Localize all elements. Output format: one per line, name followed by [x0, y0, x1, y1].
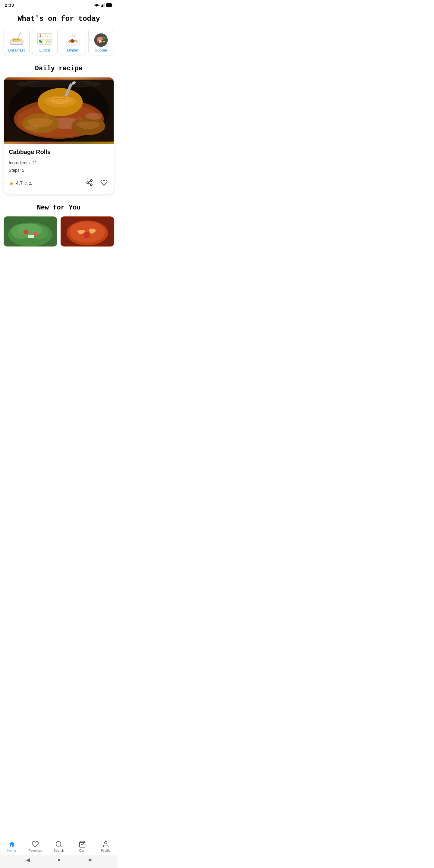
svg-rect-5 — [107, 4, 111, 6]
svg-point-44 — [97, 39, 98, 40]
svg-line-68 — [89, 181, 91, 182]
recipe-info: Cabbage Rolls Ingredients: 12 Steps: 5 ★… — [4, 144, 114, 194]
svg-point-39 — [102, 36, 104, 38]
daily-recipe-title: Daily recipe — [0, 62, 118, 77]
rating-count: 7 — [24, 181, 33, 186]
recipe-card[interactable]: Cabbage Rolls Ingredients: 12 Steps: 5 ★… — [4, 77, 114, 194]
ingredients-text: Ingredients: 12 — [9, 159, 109, 167]
battery-icon — [106, 3, 113, 7]
person-icon — [28, 181, 33, 186]
svg-point-74 — [24, 230, 28, 235]
recipe-meta: Ingredients: 12 Steps: 5 — [9, 159, 109, 174]
svg-rect-0 — [101, 5, 101, 7]
status-time: 2:33 — [5, 2, 14, 7]
status-bar: 2:33 — [0, 0, 118, 9]
new-for-you-title: New for You — [0, 202, 118, 216]
svg-text:M: M — [50, 41, 50, 43]
dinner-icon — [63, 31, 83, 47]
star-icon: ★ — [9, 180, 14, 187]
svg-point-45 — [102, 39, 103, 40]
signal-icon — [101, 3, 105, 7]
svg-point-75 — [33, 232, 38, 236]
svg-point-11 — [13, 40, 14, 41]
svg-rect-76 — [28, 235, 34, 238]
svg-point-47 — [100, 41, 101, 42]
main-content: What's on for today — [0, 9, 118, 271]
new-items-row — [0, 216, 118, 247]
category-dinner[interactable]: Dinner — [60, 28, 86, 55]
category-supper[interactable]: Supper — [88, 28, 114, 55]
recipe-name: Cabbage Rolls — [9, 149, 109, 156]
breakfast-icon — [7, 31, 26, 47]
svg-point-9 — [16, 39, 16, 40]
svg-point-43 — [103, 41, 105, 42]
supper-icon — [91, 31, 111, 47]
svg-point-8 — [13, 39, 15, 40]
svg-point-63 — [30, 182, 31, 183]
new-item-2[interactable] — [61, 216, 114, 247]
svg-point-26 — [40, 41, 42, 43]
categories-row: Breakfast — [0, 28, 118, 55]
new-item-1[interactable] — [4, 216, 57, 247]
svg-point-38 — [104, 37, 106, 39]
svg-point-23 — [47, 36, 49, 37]
svg-point-61 — [25, 125, 39, 130]
svg-line-67 — [89, 183, 91, 184]
svg-point-12 — [19, 39, 19, 40]
breakfast-label: Breakfast — [8, 48, 25, 53]
svg-point-7 — [11, 38, 22, 42]
svg-rect-1 — [102, 4, 103, 7]
rating: ★ 4.7 7 — [9, 180, 33, 187]
svg-line-13 — [18, 33, 20, 38]
svg-rect-2 — [103, 4, 104, 7]
recipe-actions — [85, 178, 109, 189]
svg-point-58 — [78, 117, 82, 121]
share-button[interactable] — [85, 178, 94, 189]
category-breakfast[interactable]: Breakfast — [4, 28, 30, 55]
supper-label: Supper — [95, 48, 107, 53]
svg-point-40 — [97, 41, 99, 43]
svg-point-62 — [17, 81, 101, 87]
wifi-icon — [94, 3, 99, 7]
recipe-footer: ★ 4.7 7 — [9, 178, 109, 189]
steps-text: Steps: 5 — [9, 167, 109, 174]
svg-rect-3 — [104, 3, 105, 7]
lunch-label: Lunch — [39, 48, 50, 53]
dinner-label: Dinner — [67, 48, 79, 53]
lunch-icon: M — [35, 31, 54, 47]
category-lunch[interactable]: M Lunch — [32, 28, 58, 55]
recipe-image — [4, 78, 114, 144]
svg-point-82 — [84, 232, 90, 239]
svg-point-33 — [71, 39, 74, 42]
status-icons — [94, 3, 113, 7]
svg-point-59 — [44, 115, 48, 118]
svg-point-10 — [17, 39, 19, 40]
page-title: What's on for today — [0, 9, 118, 28]
favorite-button[interactable] — [99, 178, 109, 189]
svg-point-73 — [19, 224, 42, 237]
svg-point-60 — [86, 113, 102, 119]
rating-value: 4.7 — [16, 181, 23, 186]
